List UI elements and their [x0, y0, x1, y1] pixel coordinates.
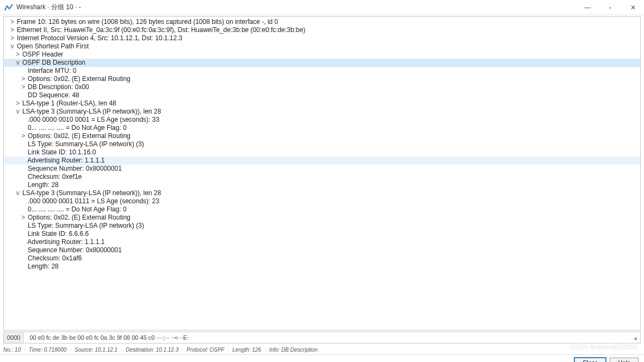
expand-icon[interactable]	[21, 263, 26, 271]
tree-row[interactable]: .000 0000 0010 0001 = LS Age (seconds): …	[4, 116, 640, 124]
status-info: Info: DB Description	[269, 347, 318, 353]
hex-offset: 0000	[4, 332, 24, 343]
wireshark-icon	[4, 3, 13, 12]
tree-row[interactable]: v OSPF DB Description	[4, 59, 640, 67]
expand-icon[interactable]: >	[10, 34, 15, 42]
expand-icon[interactable]: >	[10, 26, 15, 34]
expand-icon[interactable]: v	[15, 108, 21, 116]
tree-row[interactable]: Advertising Router: 1.1.1.1	[4, 157, 640, 165]
watermark: CSDN @u0xin45108259	[571, 344, 636, 350]
expand-icon[interactable]	[21, 124, 26, 132]
expand-icon[interactable]: >	[10, 18, 15, 26]
tree-row[interactable]: > Options: 0x02, (E) External Routing	[4, 132, 640, 140]
status-protocol: Protocol: OSPF	[187, 347, 224, 353]
expand-icon[interactable]: v	[15, 189, 21, 197]
expand-icon[interactable]	[21, 230, 26, 238]
tree-row[interactable]: Sequence Number: 0x80000001	[4, 165, 640, 173]
tree-row[interactable]: v LSA-type 3 (Summary-LSA (IP network)),…	[4, 189, 640, 197]
expand-icon[interactable]: >	[15, 99, 21, 108]
tree-row[interactable]: v Open Shortest Path First	[4, 42, 640, 51]
expand-icon[interactable]	[21, 148, 26, 157]
expand-icon[interactable]	[21, 173, 26, 181]
close-button[interactable]: Close	[574, 357, 606, 363]
tree-row[interactable]: 0... .... .... .... = Do Not Age Flag: 0	[4, 124, 640, 132]
hex-bytes: 00 e0 fc de 3b be 00 e0 fc 0a 3c 9f 08 0…	[24, 334, 631, 341]
hex-view[interactable]: 0000 00 e0 fc de 3b be 00 e0 fc 0a 3c 9f…	[3, 332, 641, 344]
tree-row[interactable]: LS Type: Summary-LSA (IP network) (3)	[4, 140, 640, 148]
tree-row[interactable]: > Options: 0x02, (E) External Routing	[4, 75, 640, 83]
tree-row[interactable]: v LSA-type 3 (Summary-LSA (IP network)),…	[4, 108, 640, 116]
expand-icon[interactable]	[21, 91, 26, 99]
tree-row[interactable]: Checksum: 0xef1e	[4, 173, 640, 181]
window-title: Wireshark · 分组 10 · -	[16, 3, 581, 12]
status-bar: No.: 10· Time: 0.718000· Source: 10.1.12…	[3, 345, 641, 354]
expand-icon[interactable]	[21, 165, 26, 173]
tree-row[interactable]: Advertising Router: 1.1.1.1	[4, 238, 640, 246]
expand-icon[interactable]	[21, 254, 26, 263]
expand-icon[interactable]: >	[21, 214, 26, 222]
window-controls: — ▫ ✕	[581, 4, 640, 11]
expand-icon[interactable]	[21, 116, 26, 124]
expand-icon[interactable]	[21, 157, 26, 165]
tree-row[interactable]: Interface MTU: 0	[4, 67, 640, 75]
expand-icon[interactable]	[21, 67, 26, 75]
expand-icon[interactable]	[21, 205, 26, 214]
titlebar: Wireshark · 分组 10 · - — ▫ ✕	[0, 0, 644, 15]
scroll-up-icon[interactable]: ▴	[631, 334, 640, 341]
expand-icon[interactable]: v	[10, 42, 15, 51]
status-destination: Destination: 10.1.12.3	[126, 347, 178, 353]
tree-row[interactable]: Link State ID: 10.1.16.0	[4, 148, 640, 157]
dialog-footer: Close Help	[0, 354, 644, 362]
tree-row[interactable]: Length: 28	[4, 181, 640, 189]
tree-row[interactable]: > DB Description: 0x00	[4, 83, 640, 91]
tree-row[interactable]: Link State ID: 6.6.6.6	[4, 230, 640, 238]
tree-row[interactable]: > Internet Protocol Version 4, Src: 10.1…	[4, 34, 640, 42]
expand-icon[interactable]: v	[15, 59, 21, 67]
tree-row[interactable]: > LSA-type 1 (Router-LSA), len 48	[4, 99, 640, 108]
expand-icon[interactable]	[21, 181, 26, 189]
tree-row[interactable]: Sequence Number: 0x80000001	[4, 246, 640, 254]
expand-icon[interactable]: >	[21, 83, 26, 91]
tree-row[interactable]: > Frame 10: 126 bytes on wire (1008 bits…	[4, 18, 640, 26]
tree-row[interactable]: Length: 28	[4, 263, 640, 271]
tree-row[interactable]: > Ethernet II, Src: HuaweiTe_0a:3c:9f (0…	[4, 26, 640, 34]
tree-row[interactable]: .000 0000 0001 0111 = LS Age (seconds): …	[4, 197, 640, 205]
tree-row[interactable]: 0... .... .... .... = Do Not Age Flag: 0	[4, 205, 640, 214]
expand-icon[interactable]: >	[21, 75, 26, 83]
status-length: Length: 126	[232, 347, 261, 353]
expand-icon[interactable]	[21, 238, 26, 246]
status-source: Source: 10.1.12.1	[75, 347, 117, 353]
status-no: No.: 10	[3, 347, 21, 353]
expand-icon[interactable]: >	[15, 51, 21, 59]
expand-icon[interactable]	[21, 140, 26, 148]
tree-row[interactable]: LS Type: Summary-LSA (IP network) (3)	[4, 222, 640, 230]
status-time: Time: 0.718000	[29, 347, 66, 353]
expand-icon[interactable]: >	[21, 132, 26, 140]
expand-icon[interactable]	[21, 197, 26, 205]
maximize-button[interactable]: ▫	[604, 4, 617, 11]
tree-row[interactable]: > OSPF Header	[4, 51, 640, 59]
packet-details-tree[interactable]: > Frame 10: 126 bytes on wire (1008 bits…	[3, 16, 641, 330]
expand-icon[interactable]	[21, 246, 26, 254]
tree-row[interactable]: > Options: 0x02, (E) External Routing	[4, 214, 640, 222]
tree-row[interactable]: Checksum: 0x1af6	[4, 254, 640, 263]
minimize-button[interactable]: —	[581, 4, 594, 11]
close-window-button[interactable]: ✕	[627, 4, 640, 11]
tree-row[interactable]: DD Sequence: 48	[4, 91, 640, 99]
expand-icon[interactable]	[21, 222, 26, 230]
help-button[interactable]: Help	[610, 358, 639, 363]
